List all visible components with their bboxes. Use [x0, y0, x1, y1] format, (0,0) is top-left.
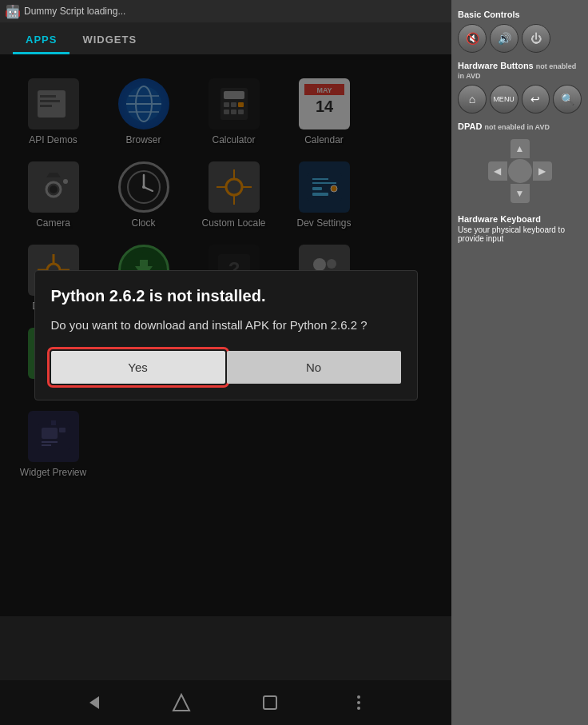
home-hw-button[interactable]: ⌂: [458, 85, 487, 114]
app-icon: 🤖: [6, 5, 19, 18]
hardware-buttons: ⌂ MENU ↩ 🔍: [458, 85, 582, 114]
tab-bar: APPS WIDGETS: [0, 22, 451, 54]
dpad-center-button[interactable]: [508, 159, 532, 183]
svg-point-83: [357, 707, 360, 710]
menu-hw-button[interactable]: MENU: [490, 85, 518, 114]
app-grid: API Demos Browser: [0, 54, 451, 680]
basic-controls-label: Basic Controls: [458, 10, 582, 19]
volume-down-button[interactable]: 🔇: [458, 24, 487, 53]
nav-menu-button[interactable]: [343, 687, 375, 719]
dpad-right-button[interactable]: ▶: [533, 161, 552, 181]
svg-text:⏻: ⏻: [530, 32, 542, 45]
dpad-label: DPAD not enabled in AVD: [458, 121, 582, 131]
dpad-down-button[interactable]: ▼: [511, 184, 530, 203]
keyboard-section: Hardware Keyboard Use your physical keyb…: [458, 214, 582, 243]
nav-bar: [0, 680, 451, 725]
dialog: Python 2.6.2 is not installed. Do you wa…: [34, 270, 418, 400]
dpad-up-button[interactable]: ▲: [511, 139, 530, 158]
dialog-no-button[interactable]: No: [227, 351, 401, 384]
dialog-buttons: Yes No: [51, 351, 401, 384]
avd-panel: Basic Controls 🔇 🔊 ⏻ Hardware Buttons no…: [451, 0, 588, 725]
keyboard-desc: Use your physical keyboard to provide in…: [458, 225, 582, 243]
dialog-overlay: Python 2.6.2 is not installed. Do you wa…: [0, 54, 451, 616]
svg-marker-79: [173, 695, 189, 711]
dialog-title: Python 2.6.2 is not installed.: [51, 287, 401, 305]
hardware-buttons-label: Hardware Buttons not enabled in AVD: [458, 61, 582, 80]
nav-recent-button[interactable]: [254, 687, 286, 719]
tab-apps[interactable]: APPS: [13, 27, 70, 54]
title-bar: 🤖 Dummy Script loading...: [0, 0, 451, 22]
dpad: ▲ ▼ ◀ ▶: [488, 139, 552, 203]
dialog-yes-button[interactable]: Yes: [51, 351, 225, 384]
svg-text:🔊: 🔊: [498, 32, 512, 46]
basic-controls-buttons: 🔇 🔊 ⏻: [458, 24, 582, 53]
dpad-left-button[interactable]: ◀: [488, 161, 507, 181]
nav-home-button[interactable]: [165, 687, 197, 719]
power-button[interactable]: ⏻: [522, 24, 550, 53]
svg-rect-80: [264, 696, 276, 709]
search-hw-button[interactable]: 🔍: [553, 85, 582, 114]
dialog-message: Do you want to download and install APK …: [51, 318, 401, 332]
svg-point-81: [357, 695, 360, 699]
volume-up-button[interactable]: 🔊: [490, 24, 518, 53]
tab-widgets[interactable]: WIDGETS: [70, 27, 149, 54]
nav-back-button[interactable]: [77, 687, 109, 719]
svg-point-82: [357, 701, 360, 704]
title-bar-text: Dummy Script loading...: [24, 6, 125, 17]
svg-text:🔇: 🔇: [466, 32, 480, 46]
back-hw-button[interactable]: ↩: [522, 85, 550, 114]
keyboard-title: Hardware Keyboard: [458, 214, 582, 224]
svg-marker-78: [89, 696, 99, 709]
